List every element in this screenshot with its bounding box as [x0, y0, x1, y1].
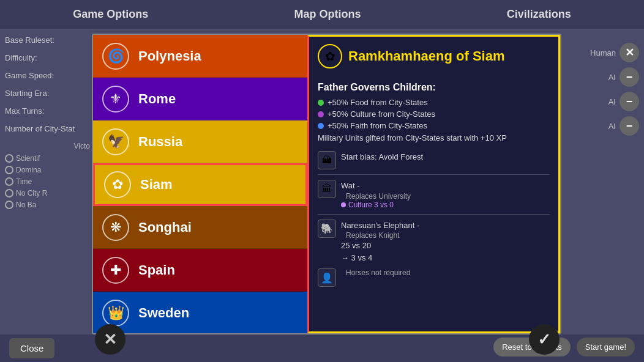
spain-icon: ✚: [102, 257, 129, 284]
civ-item-sweden[interactable]: 👑 Sweden: [93, 292, 307, 333]
divider-1: [318, 174, 550, 175]
wat-title: Wat -: [341, 180, 411, 192]
no-city-razing-circle: [5, 189, 13, 198]
nav-game-options[interactable]: Game Options: [73, 8, 148, 21]
horses-row: 👤 Horses not required: [318, 268, 550, 287]
right-players-panel: Human ✕ AI − AI − AI −: [564, 34, 644, 334]
civ-item-polynesia[interactable]: 🌀 Polynesia: [93, 35, 307, 78]
time-label: Time: [16, 177, 32, 186]
civ-item-rome[interactable]: ⚜ Rome: [93, 78, 307, 120]
rome-icon: ⚜: [102, 86, 129, 113]
scientific-radio[interactable]: Scientif: [5, 154, 90, 163]
songhai-icon: ❋: [102, 214, 129, 241]
human-minus-button[interactable]: ✕: [620, 43, 639, 62]
human-player-row: Human ✕: [569, 43, 639, 62]
ability-culture-text: +50% Culture from City-States: [328, 109, 435, 119]
elephant-title: Naresuan's Elephant -: [341, 220, 419, 232]
wat-replaces: Replaces University: [346, 192, 411, 201]
domination-radio[interactable]: Domina: [5, 166, 90, 174]
ai-label-2: AI: [608, 97, 616, 106]
wat-info: Wat - Replaces University Culture 3 vs 0: [341, 180, 411, 209]
no-city-razing-radio[interactable]: No City R: [5, 189, 90, 198]
domination-label: Domina: [16, 166, 41, 174]
songhai-name: Songhai: [138, 220, 192, 235]
ability-culture: +50% Culture from City-States: [318, 109, 550, 119]
no-barbarians-label: No Ba: [16, 201, 36, 209]
ai-label-3: AI: [608, 122, 616, 131]
russia-icon: 🦅: [102, 128, 129, 155]
start-bias-icon: 🏔: [318, 151, 336, 169]
elephant-stat2: → 3 vs 4: [341, 252, 419, 264]
top-navigation: Game Options Map Options Civilizations: [0, 0, 644, 29]
close-text-button[interactable]: Close: [9, 338, 54, 358]
russia-name: Russia: [138, 134, 182, 150]
siam-icon: ✿: [104, 171, 131, 198]
civ-item-siam[interactable]: ✿ Siam: [93, 163, 307, 206]
victory-label: Victo: [5, 142, 90, 150]
time-radio-circle: [5, 177, 13, 186]
civ-item-russia[interactable]: 🦅 Russia: [93, 120, 307, 163]
horses-icon: 👤: [318, 268, 336, 287]
ability-faith-text: +50% Faith from City-States: [328, 121, 427, 130]
faith-dot: [318, 123, 324, 129]
ai-player-row-3: AI −: [569, 116, 639, 136]
ability-military-text: Military Units gifted from City-States s…: [318, 133, 550, 144]
nav-map-options[interactable]: Map Options: [294, 8, 361, 21]
ai-minus-button-3[interactable]: −: [620, 116, 639, 136]
human-player-label: Human: [590, 48, 616, 57]
unique-building-row: 🏛 Wat - Replaces University Culture 3 vs…: [318, 180, 550, 209]
ability-faith: +50% Faith from City-States: [318, 121, 550, 130]
max-turns-label: Max Turns:: [5, 106, 90, 116]
scientific-label: Scientif: [16, 154, 40, 163]
confirm-check-icon: ✓: [537, 330, 551, 349]
ability-food-text: +50% Food from City-States: [328, 98, 428, 107]
detail-header: ✿ Ramkhamhaeng of Siam: [318, 44, 550, 73]
ability-title: Father Governs Children:: [318, 82, 550, 93]
domination-radio-circle: [5, 166, 13, 174]
scientific-radio-circle: [5, 154, 13, 163]
start-bias-row: 🏔 Start bias: Avoid Forest: [318, 151, 550, 169]
ai-minus-button-2[interactable]: −: [620, 92, 639, 111]
wat-icon: 🏛: [318, 180, 336, 198]
detail-civ-icon: ✿: [318, 44, 342, 68]
rome-name: Rome: [138, 91, 176, 107]
culture-dot: [318, 111, 324, 117]
ability-food: +50% Food from City-States: [318, 98, 550, 107]
ai-player-row-2: AI −: [569, 92, 639, 111]
wat-stat: Culture 3 vs 0: [341, 201, 411, 209]
civ-item-spain[interactable]: ✚ Spain: [93, 249, 307, 292]
polynesia-icon: 🌀: [102, 43, 129, 70]
wat-stat-dot: [341, 202, 346, 207]
time-radio[interactable]: Time: [5, 177, 90, 186]
ai-player-row-1: AI −: [569, 67, 639, 87]
food-dot: [318, 100, 324, 106]
spain-name: Spain: [138, 262, 175, 278]
game-speed-label: Game Speed:: [5, 71, 90, 80]
horses-text: Horses not required: [346, 268, 410, 277]
detail-civ-name: Ramkhamhaeng of Siam: [348, 48, 505, 64]
civ-modal: 🌀 Polynesia ⚜ Rome 🦅 Russia ✿ Siam ❋ Son…: [92, 34, 561, 334]
close-x-button[interactable]: ✕: [95, 324, 125, 355]
start-bias-text: Start bias: Avoid Forest: [341, 151, 423, 163]
elephant-icon: 🐘: [318, 220, 336, 238]
confirm-check-button[interactable]: ✓: [529, 324, 560, 355]
no-city-razing-label: No City R: [16, 189, 47, 198]
nav-civilizations[interactable]: Civilizations: [507, 8, 571, 21]
left-options-panel: Base Ruleset: Difficulty: Game Speed: St…: [0, 29, 95, 362]
close-x-icon: ✕: [103, 330, 117, 349]
base-ruleset-label: Base Ruleset:: [5, 35, 90, 45]
start-game-button[interactable]: Start game!: [577, 338, 635, 356]
num-city-states-label: Number of City-Stat: [5, 124, 90, 133]
elephant-info: Naresuan's Elephant - Replaces Knight 25…: [341, 220, 419, 264]
ai-minus-button-1[interactable]: −: [620, 67, 639, 87]
sweden-name: Sweden: [138, 305, 189, 321]
difficulty-label: Difficulty:: [5, 53, 90, 62]
elephant-stat1: 25 vs 20: [341, 240, 419, 252]
no-barbarians-radio[interactable]: No Ba: [5, 201, 90, 209]
polynesia-name: Polynesia: [138, 48, 201, 64]
no-barbarians-circle: [5, 201, 13, 209]
civ-list: 🌀 Polynesia ⚜ Rome 🦅 Russia ✿ Siam ❋ Son…: [93, 35, 307, 333]
ai-label-1: AI: [608, 73, 616, 82]
unique-unit-row: 🐘 Naresuan's Elephant - Replaces Knight …: [318, 220, 550, 264]
civ-item-songhai[interactable]: ❋ Songhai: [93, 206, 307, 249]
